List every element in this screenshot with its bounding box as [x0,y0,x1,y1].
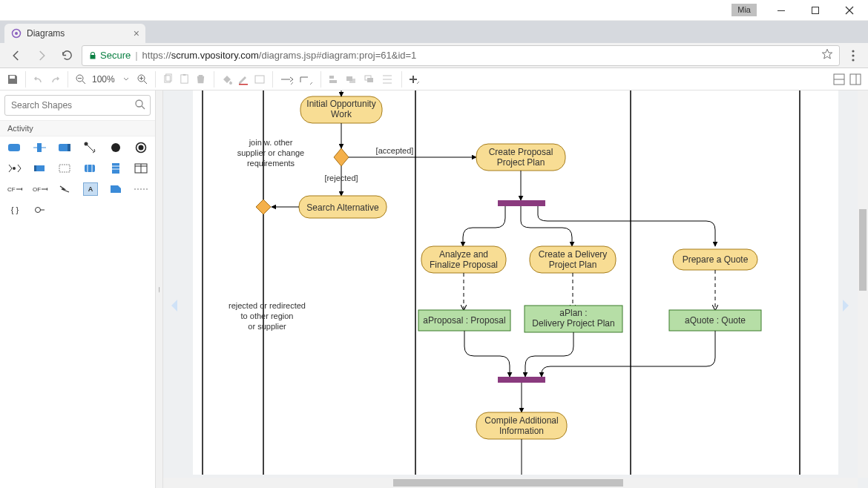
svg-line-47 [86,144,94,152]
layout-split-icon[interactable] [831,71,847,88]
svg-rect-19 [181,75,188,83]
copy-icon[interactable] [160,71,177,88]
save-icon[interactable] [4,71,21,88]
diagram-canvas[interactable]: Initial Opportunity Work [accepted] [rej… [193,90,838,475]
close-button[interactable] [832,0,867,21]
shape-note[interactable] [58,162,73,175]
fill-icon[interactable] [219,71,235,88]
node-join[interactable] [498,377,545,383]
node-fork-1[interactable] [498,200,545,206]
svg-text:Search Alternative: Search Alternative [306,202,379,213]
zoom-out-icon[interactable] [73,71,89,88]
scrollbar-thumb[interactable] [393,479,623,487]
add-icon[interactable] [407,71,424,88]
horizontal-scrollbar[interactable] [163,478,858,488]
svg-rect-54 [59,165,70,172]
address-omnibox[interactable]: Secure | https://scrum.vpository.com/dia… [82,45,840,66]
sidebar-splitter[interactable]: ⁞ [156,90,163,488]
group-icon[interactable] [343,71,361,88]
redo-icon[interactable] [47,71,63,88]
reload-button[interactable] [56,45,77,66]
shape-send-signal[interactable] [7,162,22,175]
shape-partition[interactable] [134,162,148,175]
browser-tab[interactable]: Diagrams × [4,24,145,43]
shape-exception[interactable] [58,182,73,196]
shape-initial-node[interactable] [108,141,123,154]
shape-region[interactable] [108,182,123,196]
tab-close-icon[interactable]: × [134,27,139,39]
shape-decision[interactable] [83,141,98,154]
svg-rect-29 [367,78,373,82]
shape-datastore[interactable] [108,162,123,175]
paste-icon[interactable] [177,71,193,88]
canvas-nav-left-icon[interactable] [170,298,180,315]
svg-point-51 [13,167,16,170]
shape-accept-event[interactable] [58,141,73,154]
node-decision-accept[interactable] [334,148,349,166]
svg-text:rejected or redirected: rejected or redirected [228,301,306,310]
order-icon[interactable] [361,71,379,88]
zoom-dropdown-icon[interactable] [118,71,134,88]
stroke-color-icon[interactable] [235,71,251,88]
svg-point-7 [852,50,854,52]
bookmark-star-icon[interactable] [821,48,833,62]
shape-activity[interactable] [7,141,22,154]
svg-point-9 [852,59,854,61]
shape-connector-dashed[interactable] [134,182,148,196]
svg-rect-24 [329,76,334,79]
svg-text:aProposal : Proposal: aProposal : Proposal [423,315,505,326]
maximize-button[interactable] [798,0,832,21]
distribute-icon[interactable] [379,71,397,88]
svg-text:Compile Additional: Compile Additional [484,415,558,426]
connector-style-icon[interactable] [297,71,316,88]
activity-diagram: Initial Opportunity Work [accepted] [rej… [193,90,838,475]
app-toolbar: 100% [0,68,868,90]
svg-text:Finalize Proposal: Finalize Proposal [430,260,498,270]
forward-button[interactable] [31,45,52,66]
svg-point-8 [852,54,854,56]
svg-point-67 [36,208,41,213]
svg-point-5 [15,32,18,35]
shape-object[interactable] [33,162,47,175]
svg-text:requirements: requirements [247,159,295,168]
shape-expansion[interactable] [83,162,98,175]
align-icon[interactable] [326,71,343,88]
shape-object-flow[interactable]: OF [33,182,47,196]
shape-control-flow[interactable]: CF [7,182,22,196]
minimize-button[interactable] [764,0,798,21]
svg-rect-37 [850,74,861,85]
shape-text-annotation[interactable]: A [83,182,98,196]
shape-style-icon[interactable] [251,71,268,88]
canvas-nav-right-icon[interactable] [841,298,852,315]
scrollbar-thumb[interactable] [859,209,867,291]
undo-icon[interactable] [30,71,47,88]
chrome-menu-icon[interactable] [844,45,862,66]
node-merge[interactable] [256,200,271,214]
svg-rect-45 [68,144,70,151]
svg-text:Delivery Project Plan: Delivery Project Plan [532,318,614,329]
shape-final-node[interactable] [134,141,148,154]
back-button[interactable] [6,45,27,66]
svg-text:Project Plan: Project Plan [497,157,545,168]
shape-pin[interactable] [33,203,47,217]
svg-text:Work: Work [331,109,352,119]
shape-search[interactable] [4,95,151,116]
connector-arrow-icon[interactable] [277,71,297,88]
canvas-area: Initial Opportunity Work [accepted] [rej… [163,90,868,488]
search-input[interactable] [4,95,151,116]
user-tag: Mia [731,4,757,16]
svg-point-50 [139,145,144,151]
palette-title-activity[interactable]: Activity [0,120,155,136]
shape-constraint[interactable]: { } [7,203,22,217]
shape-action[interactable] [33,141,47,154]
zoom-in-icon[interactable] [134,71,151,88]
svg-rect-27 [349,79,355,83]
delete-icon[interactable] [193,71,209,88]
svg-rect-0 [777,10,785,11]
svg-text:[rejected]: [rejected] [324,174,358,182]
layout-panel-icon[interactable] [847,71,864,88]
svg-text:or supplier: or supplier [248,322,286,331]
svg-rect-58 [112,163,119,174]
vertical-scrollbar[interactable] [858,90,868,478]
svg-rect-22 [255,76,264,83]
